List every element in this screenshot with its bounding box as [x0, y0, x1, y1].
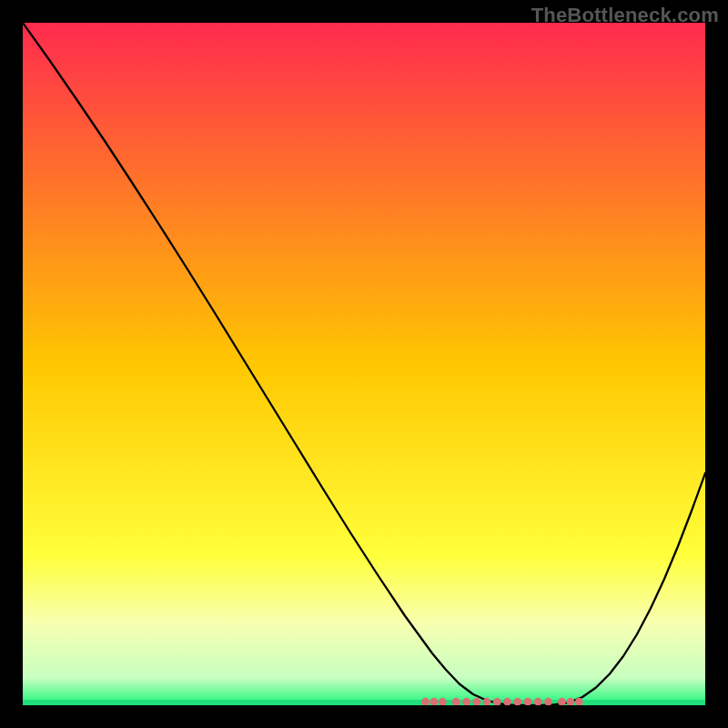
chart-background — [23, 23, 705, 705]
chart-svg — [23, 23, 705, 705]
watermark-text: TheBottleneck.com — [531, 4, 719, 27]
chart-container: TheBottleneck.com — [0, 0, 728, 728]
plot-area — [23, 23, 705, 705]
chart-baseline-band — [23, 700, 705, 705]
